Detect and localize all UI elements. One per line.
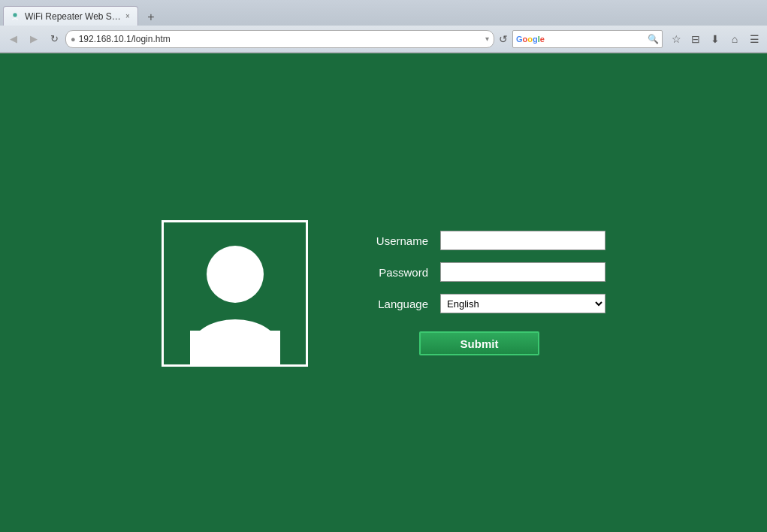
back-button[interactable]: ◀: [5, 30, 23, 48]
address-bar[interactable]: ● 192.168.10.1/login.htm ▾: [65, 30, 494, 48]
browser-tab[interactable]: WiFi Repeater Web Server ×: [3, 6, 138, 26]
bookmark-star-button[interactable]: ☆: [668, 31, 684, 47]
avatar-frame: [162, 220, 308, 367]
password-label: Password: [353, 266, 428, 279]
search-bar[interactable]: Google 🔍: [512, 30, 663, 48]
tab-favicon: [10, 11, 20, 22]
language-select[interactable]: English: [440, 294, 605, 313]
password-row: Password: [353, 262, 605, 282]
username-input[interactable]: [440, 231, 605, 250]
search-engine-logo: Google: [516, 35, 545, 44]
language-row: Language English: [353, 294, 605, 313]
go-button[interactable]: ↺: [499, 33, 508, 45]
nav-icons: ☆ ⊟ ⬇ ⌂ ☰: [668, 31, 762, 47]
page-content: Username Password Language English Submi…: [0, 53, 767, 532]
nav-bar: ◀ ▶ ↻ ● 192.168.10.1/login.htm ▾ ↺ Googl…: [0, 26, 767, 53]
download-button[interactable]: ⬇: [707, 31, 723, 47]
new-tab-button[interactable]: +: [141, 9, 161, 26]
address-icon: ●: [71, 35, 76, 44]
home-button[interactable]: ⌂: [726, 31, 743, 47]
submit-button[interactable]: Submit: [419, 331, 539, 355]
language-label: Language: [353, 298, 428, 310]
refresh-button[interactable]: ↻: [45, 30, 63, 48]
svg-point-0: [13, 13, 17, 17]
username-label: Username: [353, 234, 428, 247]
username-row: Username: [353, 231, 605, 250]
tab-bar: WiFi Repeater Web Server × +: [0, 0, 767, 26]
address-text: 192.168.10.1/login.htm: [79, 34, 485, 44]
svg-rect-3: [190, 331, 280, 364]
address-dropdown-icon: ▾: [485, 35, 489, 43]
svg-point-1: [207, 246, 264, 303]
bookmarks-button[interactable]: ⊟: [687, 31, 704, 47]
tab-close-button[interactable]: ×: [122, 11, 133, 22]
tab-title: WiFi Repeater Web Server: [25, 11, 122, 22]
avatar-icon: [175, 233, 295, 364]
submit-row: Submit: [353, 331, 605, 355]
login-form: Username Password Language English Submi…: [353, 231, 605, 355]
password-input[interactable]: [440, 262, 605, 282]
search-icon[interactable]: 🔍: [648, 34, 659, 44]
forward-button[interactable]: ▶: [25, 30, 43, 48]
menu-button[interactable]: ☰: [746, 31, 762, 47]
login-container: Username Password Language English Submi…: [162, 220, 605, 367]
browser-chrome: WiFi Repeater Web Server × + ◀ ▶ ↻ ● 192…: [0, 0, 767, 53]
